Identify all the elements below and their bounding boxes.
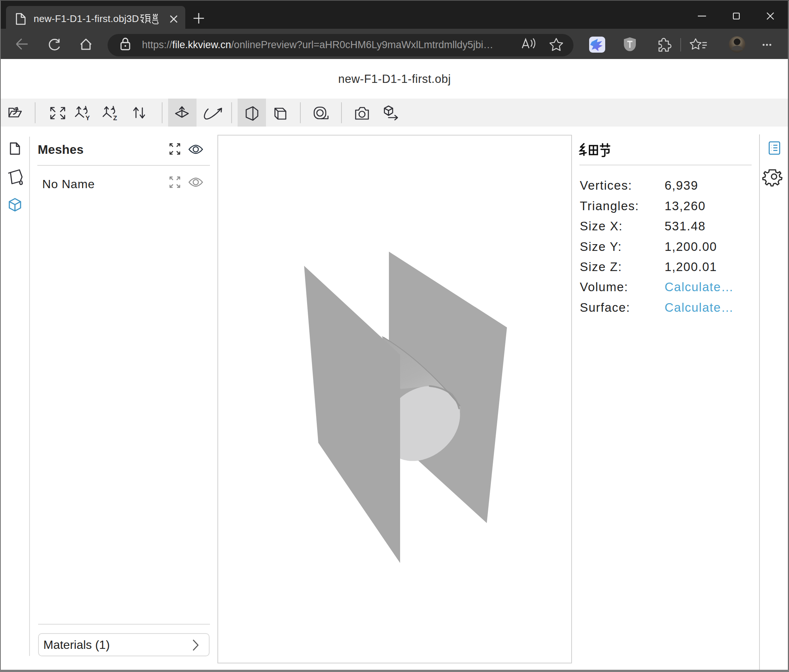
svg-text:Y: Y xyxy=(86,115,90,122)
svg-text:Z: Z xyxy=(113,115,117,122)
